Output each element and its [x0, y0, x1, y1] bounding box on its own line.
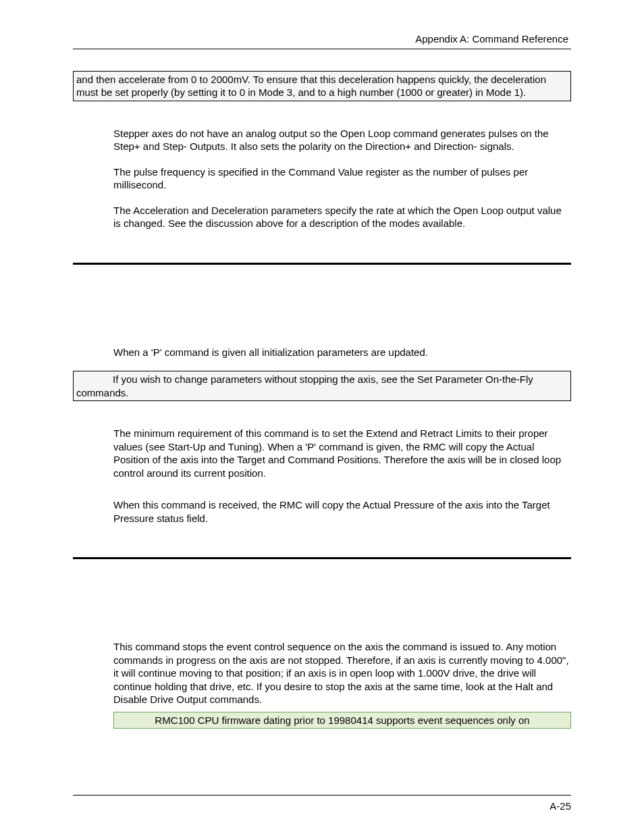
- note-text: If you wish to change parameters without…: [76, 373, 533, 398]
- paragraph-p-command: When a 'P' command is given all initiali…: [113, 346, 571, 359]
- paragraph-acceleration: The Acceleration and Deceleration parame…: [113, 204, 571, 230]
- note-text: and then accelerate from 0 to 2000mV. To…: [76, 74, 546, 99]
- paragraph-stepper: Stepper axes do not have an analog outpu…: [113, 127, 571, 153]
- page-number: A-25: [549, 800, 571, 812]
- page-footer: A-25: [73, 795, 571, 813]
- page-header: Appendix A: Command Reference: [73, 32, 571, 49]
- paragraph-actual-pressure: When this command is received, the RMC w…: [113, 498, 571, 525]
- paragraph-pulse-frequency: The pulse frequency is specified in the …: [113, 165, 571, 192]
- header-title: Appendix A: Command Reference: [73, 32, 571, 46]
- page: Appendix A: Command Reference and then a…: [0, 0, 644, 834]
- firmware-note-box: RMC100 CPU firmware dating prior to 1998…: [113, 712, 571, 729]
- paragraph-stop-sequence: This command stops the event control seq…: [113, 640, 571, 706]
- firmware-note-text: RMC100 CPU firmware dating prior to 1998…: [155, 714, 529, 726]
- note-box-deceleration: and then accelerate from 0 to 2000mV. To…: [73, 71, 571, 101]
- paragraph-min-requirement: The minimum requirement of this command …: [113, 427, 571, 479]
- note-box-set-parameter: If you wish to change parameters without…: [73, 371, 571, 401]
